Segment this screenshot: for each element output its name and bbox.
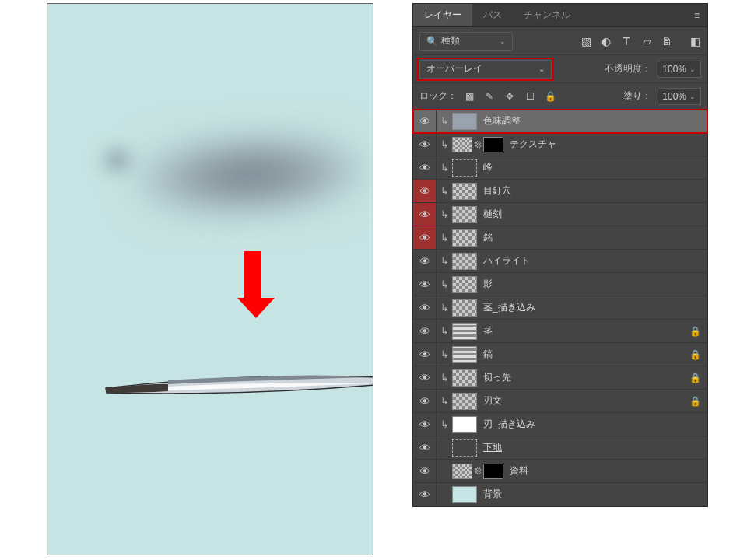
tab-layers[interactable]: レイヤー [413, 4, 472, 26]
layer-row[interactable]: 👁↳目釘穴 [413, 180, 707, 203]
clip-indicator-icon: ↳ [437, 278, 452, 290]
layer-name[interactable]: 鎬 [483, 348, 493, 361]
opacity-input[interactable]: 100% ⌄ [658, 61, 701, 78]
layer-thumbnail[interactable] [452, 276, 477, 293]
layer-name[interactable]: 樋刻 [483, 208, 502, 221]
blend-mode-dropdown[interactable]: オーバーレイ ⌄ [419, 60, 552, 79]
layer-name[interactable]: 茎_描き込み [483, 301, 535, 314]
lock-brush-icon[interactable]: ✎ [483, 91, 496, 102]
filter-shape-icon[interactable]: ▱ [640, 35, 653, 47]
layer-name[interactable]: 下地 [483, 441, 502, 454]
filter-toggle-icon[interactable]: ◧ [689, 35, 701, 47]
visibility-eye-icon[interactable]: 👁 [413, 390, 437, 412]
blur-blade-before [132, 130, 369, 220]
filter-type-icon[interactable]: T [620, 35, 633, 47]
layer-name[interactable]: 刃_描き込み [483, 418, 535, 431]
fill-input[interactable]: 100% ⌄ [658, 88, 701, 105]
visibility-eye-icon[interactable]: 👁 [413, 460, 437, 482]
visibility-eye-icon[interactable]: 👁 [413, 180, 437, 202]
layer-thumbnail[interactable] [452, 323, 477, 340]
visibility-eye-icon[interactable]: 👁 [413, 203, 437, 226]
layer-row[interactable]: 👁背景 [413, 483, 707, 506]
visibility-eye-icon[interactable]: 👁 [413, 133, 437, 156]
visibility-eye-icon[interactable]: 👁 [413, 366, 437, 389]
layer-row[interactable]: 👁↳影 [413, 273, 707, 296]
layer-thumbnail[interactable]: ⛓ [452, 136, 503, 153]
layer-thumbnail[interactable] [452, 439, 477, 457]
visibility-eye-icon[interactable]: 👁 [413, 413, 437, 436]
layer-name[interactable]: 色味調整 [483, 114, 521, 128]
layer-thumbnail[interactable] [452, 206, 477, 223]
layer-name[interactable]: 峰 [483, 161, 493, 174]
filter-smart-icon[interactable]: 🗎 [661, 35, 673, 47]
layer-name[interactable]: 銘 [483, 231, 493, 244]
visibility-eye-icon[interactable]: 👁 [413, 226, 437, 249]
layer-thumbnail[interactable] [452, 393, 477, 410]
layer-row[interactable]: 👁↳切っ先🔒 [413, 366, 707, 390]
layer-name[interactable]: 資料 [510, 464, 528, 478]
tab-channels[interactable]: チャンネル [513, 4, 581, 26]
layer-row[interactable]: 👁↳峰 [413, 156, 707, 180]
visibility-eye-icon[interactable]: 👁 [413, 250, 437, 272]
layer-row[interactable]: 👁⛓資料 [413, 460, 707, 483]
layer-name[interactable]: 目釘穴 [483, 184, 511, 198]
layer-name[interactable]: 影 [483, 278, 493, 291]
clip-indicator-icon: ↳ [437, 348, 452, 360]
layer-thumbnail[interactable] [452, 183, 477, 200]
blur-speck [106, 152, 129, 169]
layer-thumbnail[interactable] [452, 113, 477, 130]
layer-row[interactable]: 👁↳色味調整 [413, 110, 707, 133]
clip-indicator-icon: ↳ [437, 418, 452, 430]
layer-name[interactable]: テクスチャ [510, 138, 556, 151]
layer-thumbnail[interactable] [452, 229, 477, 247]
layer-row[interactable]: 👁↳ハイライト [413, 250, 707, 273]
visibility-eye-icon[interactable]: 👁 [413, 273, 437, 296]
tab-paths[interactable]: パス [472, 4, 513, 26]
panel-menu-icon[interactable]: ≡ [686, 10, 707, 21]
opacity-value: 100% [662, 64, 686, 75]
visibility-eye-icon[interactable]: 👁 [413, 436, 437, 459]
layer-thumbnail[interactable] [452, 299, 477, 317]
layer-row[interactable]: 👁↳鎬🔒 [413, 343, 707, 366]
lock-all-icon[interactable]: 🔒 [544, 91, 556, 102]
visibility-eye-icon[interactable]: 👁 [413, 110, 437, 132]
lock-position-icon[interactable]: ✥ [503, 91, 516, 102]
blade-after [102, 369, 374, 401]
layer-row[interactable]: 👁↳刃_描き込み [413, 413, 707, 436]
lock-artboard-icon[interactable]: ☐ [524, 91, 536, 102]
visibility-eye-icon[interactable]: 👁 [413, 156, 437, 179]
link-icon: ⛓ [474, 140, 482, 149]
lock-transparency-icon[interactable]: ▩ [463, 91, 475, 102]
visibility-eye-icon[interactable]: 👁 [413, 320, 437, 342]
layer-thumbnail[interactable] [452, 159, 477, 177]
visibility-eye-icon[interactable]: 👁 [413, 296, 437, 319]
visibility-eye-icon[interactable]: 👁 [413, 343, 437, 366]
layer-filter-kind[interactable]: 🔍 種類 ⌄ [419, 32, 513, 51]
chevron-down-icon: ⌄ [500, 37, 506, 45]
layer-thumbnail[interactable] [452, 253, 477, 270]
layer-row[interactable]: 👁↳茎🔒 [413, 320, 707, 343]
layer-row[interactable]: 👁↳樋刻 [413, 203, 707, 226]
layer-thumbnail[interactable] [452, 346, 477, 363]
filter-adjust-icon[interactable]: ◐ [600, 35, 612, 47]
visibility-eye-icon[interactable]: 👁 [413, 483, 437, 506]
layer-thumbnail[interactable] [452, 486, 477, 503]
layer-name[interactable]: 背景 [483, 488, 502, 501]
layer-name[interactable]: ハイライト [483, 254, 530, 268]
filter-pixel-icon[interactable]: ▧ [580, 35, 592, 47]
lock-icon: 🔒 [689, 349, 701, 360]
layer-row[interactable]: 👁↳銘 [413, 226, 707, 250]
layer-filter-row: 🔍 種類 ⌄ ▧ ◐ T ▱ 🗎 ◧ [413, 27, 707, 55]
layer-thumbnail[interactable] [452, 369, 477, 387]
layer-row[interactable]: 👁↳茎_描き込み [413, 296, 707, 320]
layer-name[interactable]: 刃文 [483, 394, 502, 408]
layer-name[interactable]: 切っ先 [483, 371, 511, 384]
red-arrow-down [237, 251, 268, 318]
layer-row[interactable]: 👁↳刃文🔒 [413, 390, 707, 413]
layer-row[interactable]: 👁↳⛓テクスチャ [413, 133, 707, 156]
layer-thumbnail[interactable] [452, 416, 477, 433]
layers-panel: レイヤー パス チャンネル ≡ 🔍 種類 ⌄ ▧ ◐ T ▱ 🗎 ◧ オーバーレ… [412, 3, 708, 507]
layer-name[interactable]: 茎 [483, 324, 493, 338]
layer-row[interactable]: 👁下地 [413, 436, 707, 460]
layer-thumbnail[interactable]: ⛓ [452, 463, 503, 480]
